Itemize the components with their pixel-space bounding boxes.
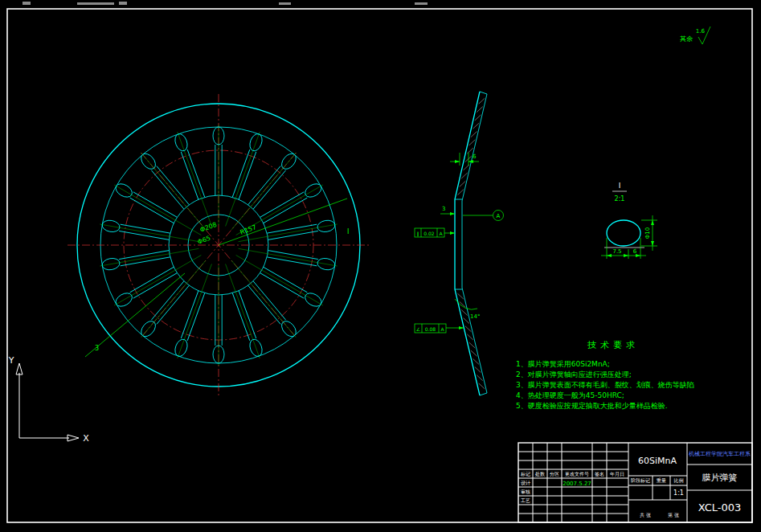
- tech-req-item-1: 1、膜片弹簧采用60Si2MnA;: [516, 360, 610, 368]
- roughness-prefix: 其余: [680, 35, 693, 43]
- scale-header: 比例: [674, 477, 684, 484]
- detail-ref-label: I: [347, 228, 349, 235]
- detail-label: I: [619, 182, 621, 190]
- x-axis-arrow-icon: [68, 435, 79, 441]
- material-label: 60SiMnA: [638, 456, 677, 466]
- fcf-angularity: ∠ 0.08 A: [415, 324, 464, 333]
- fcf-tolerance: 0.02: [423, 231, 435, 236]
- fcf-datum: A: [439, 231, 443, 236]
- rev-header-sign: 签名: [595, 471, 604, 477]
- sheet-number: 第 张: [668, 512, 679, 518]
- cad-drawing: 3 Φ208 Φ65 R157 I 6 3 14° A: [0, 0, 761, 532]
- ucs-x-label: X: [83, 433, 89, 444]
- ucs-icon: Y X: [8, 355, 90, 444]
- dim-inner-diameter: Φ65: [197, 235, 212, 246]
- detail-view: I 2:1 7.5 6 Φ10: [601, 182, 657, 259]
- detail-dim-75: 7.5: [612, 248, 621, 255]
- arrowhead: [450, 212, 455, 215]
- slot-width-leader: [85, 273, 185, 357]
- dim-outer-diameter: Φ208: [199, 221, 218, 234]
- rev-header-count: 处数: [534, 471, 545, 477]
- scale-value: 1:1: [673, 489, 684, 497]
- dim-rim-width: 6: [473, 153, 477, 160]
- dim-thickness: 3: [442, 206, 445, 212]
- sheet-total: 共 张: [640, 512, 651, 518]
- dim-slot-width: 3: [95, 345, 99, 352]
- y-axis-arrow-icon: [16, 363, 23, 374]
- role-design: 设计: [521, 480, 530, 485]
- organization-name: 机械工程学院汽车工程系: [689, 451, 751, 457]
- role-check: 审核: [521, 489, 530, 494]
- roughness-note: 其余 1.6: [680, 27, 710, 44]
- role-process: 工艺: [521, 497, 530, 503]
- tech-req-title: 技术要求: [587, 340, 639, 350]
- arrowhead: [455, 160, 460, 163]
- menu-remnants: [23, 2, 428, 5]
- section-hatch: [457, 98, 485, 389]
- stage-mark-header: 阶段标记: [631, 477, 650, 484]
- part-name: 膜片弹簧: [702, 473, 738, 483]
- detail-dim-phi10: Φ10: [644, 227, 651, 239]
- arrowhead: [624, 254, 628, 257]
- main-view: 3 Φ208 Φ65 R157 I: [68, 94, 370, 396]
- arrowhead: [651, 220, 654, 225]
- section-top-cap: [480, 92, 487, 94]
- rev-header-docno: 更改文件号: [565, 471, 589, 477]
- arrowhead: [607, 254, 612, 257]
- tech-req-item-2: 2、对膜片弹簧轴向应进行强压处理;: [516, 370, 632, 379]
- section-inner-profile: [462, 94, 487, 393]
- detail-profile: [607, 220, 640, 246]
- tech-req-item-4: 4、热处理硬度一般为45-50HRC;: [516, 391, 624, 399]
- rev-header-date: 年月日: [610, 471, 624, 477]
- datum-a-label: A: [497, 213, 501, 219]
- rev-header-zone: 分区: [550, 471, 559, 477]
- tech-req-item-3: 3、膜片弹簧表面不得有毛刺、裂纹、划痕、烧伤等缺陷: [516, 381, 694, 389]
- detail-dim-6: 6: [633, 248, 637, 255]
- cad-viewport[interactable]: 3 Φ208 Φ65 R157 I 6 3 14° A: [0, 0, 761, 532]
- section-outer-profile: [455, 92, 480, 395]
- side-view: 6 3 14° A ∥ 0.02 A ∠ 0.08: [415, 92, 504, 395]
- fcf-symbol: ∠: [416, 326, 420, 332]
- fcf-parallelism: ∥ 0.02 A: [415, 228, 455, 237]
- roughness-value: 1.6: [696, 28, 706, 35]
- dim-cone-angle: 14°: [470, 313, 480, 320]
- fcf-datum: A: [440, 326, 444, 332]
- design-date: 2007.5.27: [563, 481, 591, 487]
- arrowhead: [651, 241, 654, 246]
- fcf-tolerance: 0.08: [425, 326, 436, 332]
- ucs-y-label: Y: [8, 355, 14, 366]
- rev-header-mark: 标记: [520, 471, 530, 477]
- drawing-number: XCL-003: [698, 501, 742, 514]
- detail-scale: 2:1: [615, 195, 625, 203]
- weight-header: 重量: [656, 477, 666, 483]
- section-bottom-cap: [480, 393, 487, 395]
- title-block: 标记 处数 分区 更改文件号 签名 年月日 设计 2007.5.27 审核 工艺…: [518, 443, 752, 522]
- tech-req-item-5: 5、硬度检验应按规定抽取大批和少量样品检验.: [516, 402, 668, 410]
- fcf-symbol: ∥: [417, 231, 419, 237]
- tech-requirements: 技术要求 1、膜片弹簧采用60Si2MnA; 2、对膜片弹簧轴向应进行强压处理;…: [516, 340, 694, 410]
